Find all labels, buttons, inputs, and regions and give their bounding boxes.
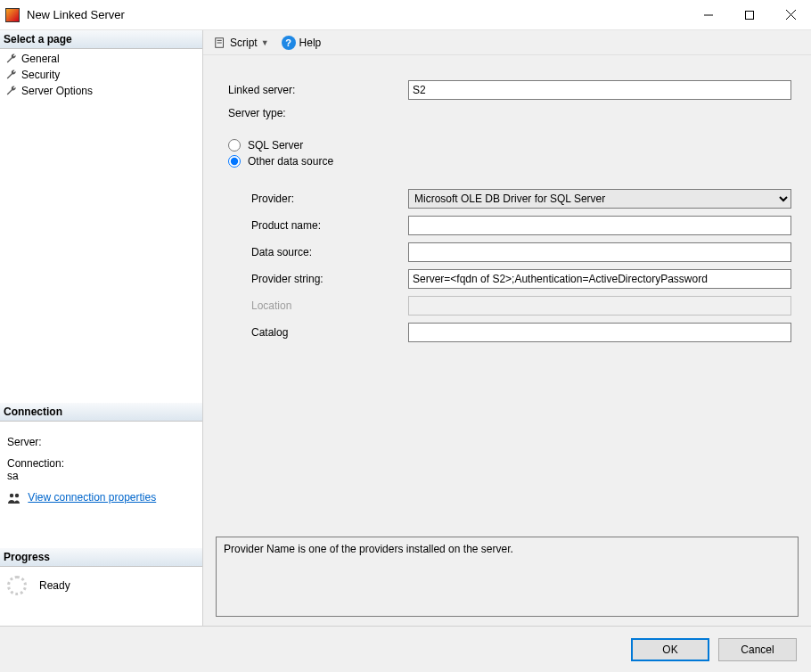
close-button[interactable]	[770, 0, 811, 30]
catalog-input[interactable]	[408, 323, 791, 342]
linked-server-input[interactable]	[408, 80, 791, 100]
location-input	[408, 296, 791, 316]
provider-string-label: Provider string:	[223, 273, 408, 285]
catalog-label: Catalog	[223, 326, 408, 339]
other-data-source-radio[interactable]	[228, 155, 241, 168]
toolbar: Script ▼ ? Help	[203, 30, 811, 55]
select-page-header: Select a page	[0, 30, 202, 49]
script-button[interactable]: Script ▼	[210, 35, 273, 51]
provider-select[interactable]: Microsoft OLE DB Driver for SQL Server	[408, 189, 791, 209]
sidebar-item-label: Server Options	[21, 85, 93, 97]
dropdown-caret-icon: ▼	[261, 38, 269, 47]
server-type-label: Server type:	[223, 107, 408, 119]
ok-button[interactable]: OK	[631, 638, 709, 661]
connection-block: Server: Connection: sa View connection p…	[0, 422, 202, 512]
main-panel: Script ▼ ? Help Linked server: Server ty…	[203, 30, 811, 626]
product-name-label: Product name:	[223, 219, 408, 232]
sidebar-item-label: General	[21, 53, 60, 65]
script-icon	[214, 37, 226, 49]
svg-point-5	[15, 494, 19, 497]
view-connection-row: View connection properties	[7, 491, 195, 505]
progress-text: Ready	[39, 579, 70, 592]
wrench-icon	[5, 69, 18, 81]
cancel-button[interactable]: Cancel	[718, 638, 797, 661]
spinner-icon	[7, 576, 27, 595]
wrench-icon	[5, 85, 18, 97]
script-label: Script	[230, 37, 258, 49]
sql-server-radio-label: SQL Server	[248, 139, 303, 152]
connection-label: Connection:	[7, 457, 195, 470]
other-data-source-radio-label: Other data source	[248, 155, 333, 168]
footer: OK Cancel	[0, 626, 811, 672]
minimize-icon	[704, 11, 713, 20]
sidebar-item-general[interactable]: General	[0, 51, 202, 67]
sidebar-item-security[interactable]: Security	[0, 67, 202, 83]
sidebar: Select a page General Security Server Op…	[0, 30, 203, 626]
maximize-button[interactable]	[729, 0, 770, 30]
people-icon	[7, 491, 21, 505]
help-label: Help	[299, 37, 322, 49]
product-name-input[interactable]	[408, 216, 791, 235]
svg-point-4	[10, 494, 13, 497]
info-box: Provider Name is one of the providers in…	[216, 537, 799, 617]
provider-string-input[interactable]	[408, 269, 791, 289]
sidebar-item-server-options[interactable]: Server Options	[0, 83, 202, 99]
info-text: Provider Name is one of the providers in…	[224, 543, 513, 555]
minimize-button[interactable]	[688, 0, 729, 30]
app-icon	[5, 8, 20, 22]
connection-header: Connection	[0, 403, 202, 422]
maximize-icon	[745, 11, 754, 20]
view-connection-link[interactable]: View connection properties	[28, 491, 156, 504]
close-icon	[786, 10, 796, 20]
server-label: Server:	[7, 436, 195, 448]
sql-server-radio[interactable]	[228, 139, 241, 152]
form-area: Linked server: Server type: SQL Server O…	[203, 55, 811, 358]
linked-server-label: Linked server:	[223, 84, 408, 96]
progress-row: Ready	[0, 567, 202, 604]
data-source-label: Data source:	[223, 246, 408, 258]
provider-label: Provider:	[223, 193, 408, 205]
sidebar-item-label: Security	[21, 69, 60, 81]
page-list: General Security Server Options	[0, 49, 202, 104]
svg-rect-1	[746, 11, 754, 19]
connection-value: sa	[7, 470, 195, 482]
help-button[interactable]: ? Help	[278, 34, 325, 52]
wrench-icon	[5, 53, 18, 65]
titlebar: New Linked Server	[0, 0, 811, 30]
progress-header: Progress	[0, 548, 202, 567]
data-source-input[interactable]	[408, 242, 791, 262]
help-icon: ?	[282, 36, 296, 50]
window-title: New Linked Server	[27, 8, 688, 21]
location-label: Location	[223, 299, 408, 312]
